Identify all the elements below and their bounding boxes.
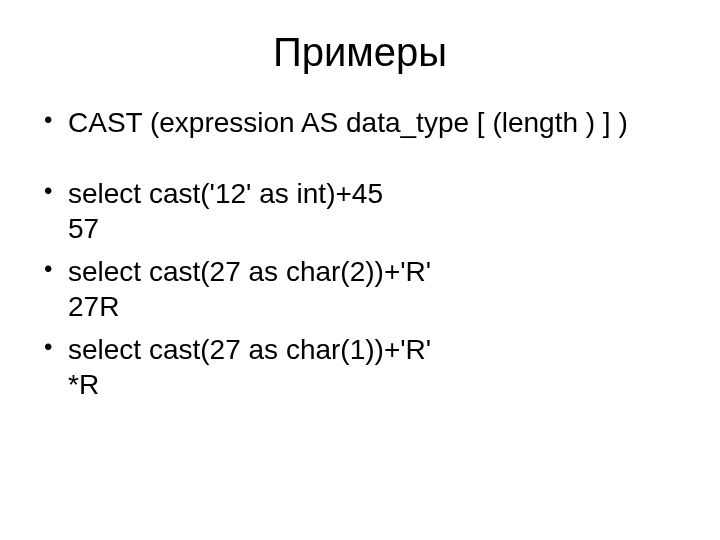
slide-title: Примеры: [40, 30, 680, 75]
spacer: [40, 148, 680, 176]
result-text: 57: [68, 211, 680, 246]
list-item: select cast(27 as char(1))+'R' *R: [40, 332, 680, 402]
list-item: select cast(27 as char(2))+'R' 27R: [40, 254, 680, 324]
list-item: CAST (expression AS data_type [ (length …: [40, 105, 680, 140]
bullet-text: CAST (expression AS data_type [ (length …: [68, 107, 628, 138]
result-text: *R: [68, 367, 680, 402]
list-item: select cast('12' as int)+45 57: [40, 176, 680, 246]
bullet-list: CAST (expression AS data_type [ (length …: [40, 105, 680, 402]
result-text: 27R: [68, 289, 680, 324]
bullet-text: select cast('12' as int)+45: [68, 178, 383, 209]
bullet-text: select cast(27 as char(2))+'R': [68, 256, 431, 287]
bullet-text: select cast(27 as char(1))+'R': [68, 334, 431, 365]
slide: Примеры CAST (expression AS data_type [ …: [0, 0, 720, 540]
